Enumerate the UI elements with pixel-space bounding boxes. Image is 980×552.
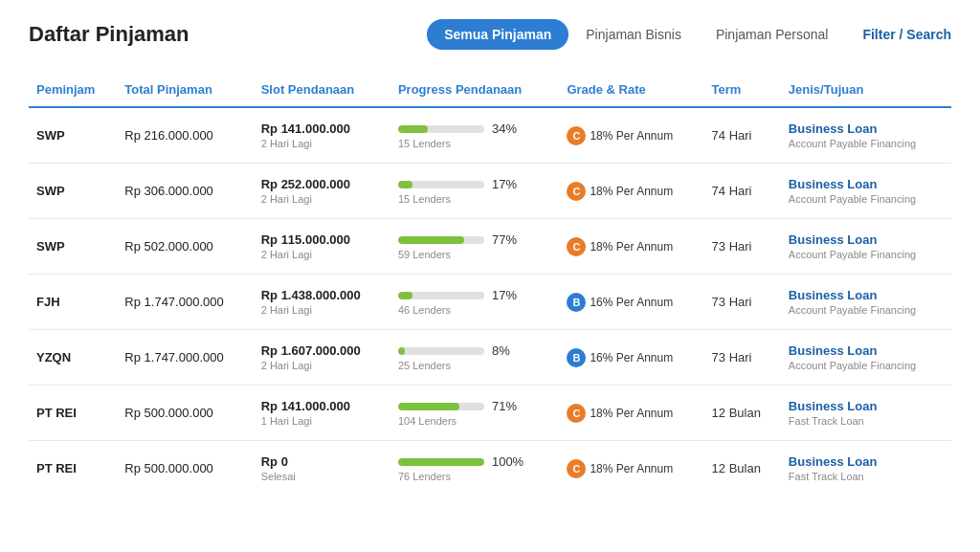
- rate-text: 18% Per Annum: [590, 240, 673, 254]
- progress-bar-background: [398, 236, 484, 244]
- cell-total: Rp 306.000.000: [117, 164, 253, 219]
- cell-progress: 17% 46 Lenders: [390, 275, 560, 330]
- cell-grade-rate: C 18% Per Annum: [559, 386, 703, 441]
- cell-jenis: Business Loan Fast Track Loan: [781, 441, 951, 497]
- cell-term: 12 Bulan: [704, 441, 781, 497]
- cell-grade-rate: B 16% Per Annum: [559, 275, 703, 330]
- table-row[interactable]: SWP Rp 216.000.000 Rp 141.000.000 2 Hari…: [29, 107, 951, 164]
- progress-percent: 8%: [492, 343, 524, 358]
- table-row[interactable]: YZQN Rp 1.747.000.000 Rp 1.607.000.000 2…: [29, 330, 951, 386]
- progress-percent: 71%: [492, 399, 524, 413]
- progress-percent: 100%: [492, 454, 524, 469]
- rate-text: 16% Per Annum: [590, 296, 673, 309]
- col-peminjam: Peminjam: [29, 73, 117, 107]
- jenis-sub: Account Payable Financing: [789, 193, 944, 205]
- cell-total: Rp 1.747.000.000: [117, 330, 253, 386]
- tab-pinjaman-bisnis[interactable]: Pinjaman Bisnis: [568, 19, 699, 50]
- cell-term: 74 Hari: [704, 164, 781, 219]
- table-row[interactable]: PT REI Rp 500.000.000 Rp 0 Selesai 100% …: [29, 441, 951, 497]
- cell-grade-rate: C 18% Per Annum: [559, 219, 703, 275]
- progress-bar-fill: [398, 347, 405, 355]
- cell-jenis: Business Loan Account Payable Financing: [781, 107, 951, 164]
- col-term: Term: [704, 73, 781, 107]
- grade-badge: B: [567, 348, 586, 367]
- cell-grade-rate: C 18% Per Annum: [559, 441, 703, 497]
- progress-percent: 77%: [492, 232, 524, 247]
- cell-progress: 8% 25 Lenders: [390, 330, 560, 386]
- progress-bar-fill: [398, 403, 459, 410]
- table-row[interactable]: FJH Rp 1.747.000.000 Rp 1.438.000.000 2 …: [29, 275, 951, 330]
- jenis-title: Business Loan: [789, 399, 944, 413]
- cell-borrower: YZQN: [29, 330, 117, 386]
- jenis-title: Business Loan: [789, 177, 944, 191]
- jenis-title: Business Loan: [789, 343, 944, 358]
- progress-bar-fill: [398, 125, 428, 133]
- cell-progress: 71% 104 Lenders: [390, 386, 560, 441]
- table-row[interactable]: PT REI Rp 500.000.000 Rp 141.000.000 1 H…: [29, 386, 951, 441]
- cell-borrower: FJH: [29, 275, 117, 330]
- rate-text: 18% Per Annum: [590, 185, 673, 198]
- progress-bar-background: [398, 403, 484, 410]
- cell-term: 73 Hari: [704, 275, 781, 330]
- lender-count: 15 Lenders: [398, 138, 552, 149]
- lender-count: 104 Lenders: [398, 415, 552, 427]
- col-total-pinjaman: Total Pinjaman: [117, 73, 253, 107]
- cell-term: 73 Hari: [704, 330, 781, 386]
- lender-count: 46 Lenders: [398, 304, 552, 316]
- grade-badge: C: [567, 404, 586, 423]
- page-header: Daftar Pinjaman Semua Pinjaman Pinjaman …: [29, 19, 951, 50]
- rate-text: 18% Per Annum: [590, 407, 673, 420]
- grade-badge: C: [567, 459, 586, 478]
- progress-percent: 34%: [492, 121, 524, 136]
- cell-grade-rate: C 18% Per Annum: [559, 164, 703, 219]
- progress-bar-fill: [398, 181, 412, 188]
- rate-text: 18% Per Annum: [590, 129, 673, 143]
- cell-borrower: SWP: [29, 219, 117, 275]
- cell-total: Rp 500.000.000: [117, 441, 253, 497]
- page-title: Daftar Pinjaman: [29, 22, 189, 47]
- cell-slot: Rp 252.000.000 2 Hari Lagi: [254, 164, 390, 219]
- grade-badge: C: [567, 182, 586, 201]
- rate-text: 18% Per Annum: [590, 462, 673, 475]
- progress-bar-background: [398, 347, 484, 355]
- col-slot-pendanaan: Slot Pendanaan: [254, 73, 390, 107]
- cell-total: Rp 502.000.000: [117, 219, 253, 275]
- progress-bar-background: [398, 181, 484, 188]
- cell-slot: Rp 1.438.000.000 2 Hari Lagi: [254, 275, 390, 330]
- jenis-sub: Fast Track Loan: [789, 415, 944, 427]
- table-header-row: Peminjam Total Pinjaman Slot Pendanaan P…: [29, 73, 951, 107]
- cell-total: Rp 216.000.000: [117, 107, 253, 164]
- cell-jenis: Business Loan Fast Track Loan: [781, 386, 951, 441]
- col-grade-rate: Grade & Rate: [559, 73, 703, 107]
- progress-percent: 17%: [492, 288, 524, 302]
- tab-semua-pinjaman[interactable]: Semua Pinjaman: [427, 19, 568, 50]
- loan-table: Peminjam Total Pinjaman Slot Pendanaan P…: [29, 73, 951, 496]
- cell-borrower: SWP: [29, 107, 117, 164]
- cell-jenis: Business Loan Account Payable Financing: [781, 219, 951, 275]
- filter-search-button[interactable]: Filter / Search: [862, 27, 951, 42]
- progress-bar-background: [398, 292, 484, 299]
- tab-pinjaman-personal[interactable]: Pinjaman Personal: [699, 19, 846, 50]
- cell-term: 12 Bulan: [704, 386, 781, 441]
- cell-borrower: SWP: [29, 164, 117, 219]
- cell-grade-rate: B 16% Per Annum: [559, 330, 703, 386]
- jenis-sub: Fast Track Loan: [789, 471, 944, 482]
- cell-slot: Rp 1.607.000.000 2 Hari Lagi: [254, 330, 390, 386]
- rate-text: 16% Per Annum: [590, 351, 673, 364]
- cell-term: 73 Hari: [704, 219, 781, 275]
- lender-count: 25 Lenders: [398, 360, 552, 371]
- grade-badge: B: [567, 293, 586, 312]
- cell-borrower: PT REI: [29, 386, 117, 441]
- table-row[interactable]: SWP Rp 502.000.000 Rp 115.000.000 2 Hari…: [29, 219, 951, 275]
- table-row[interactable]: SWP Rp 306.000.000 Rp 252.000.000 2 Hari…: [29, 164, 951, 219]
- grade-badge: C: [567, 126, 586, 145]
- progress-bar-background: [398, 125, 484, 133]
- cell-jenis: Business Loan Account Payable Financing: [781, 164, 951, 219]
- cell-jenis: Business Loan Account Payable Financing: [781, 275, 951, 330]
- col-progress-pendanaan: Progress Pendanaan: [390, 73, 560, 107]
- jenis-title: Business Loan: [789, 288, 944, 302]
- progress-percent: 17%: [492, 177, 524, 191]
- tab-navigation: Semua Pinjaman Pinjaman Bisnis Pinjaman …: [427, 19, 845, 50]
- jenis-sub: Account Payable Financing: [789, 138, 944, 149]
- cell-jenis: Business Loan Account Payable Financing: [781, 330, 951, 386]
